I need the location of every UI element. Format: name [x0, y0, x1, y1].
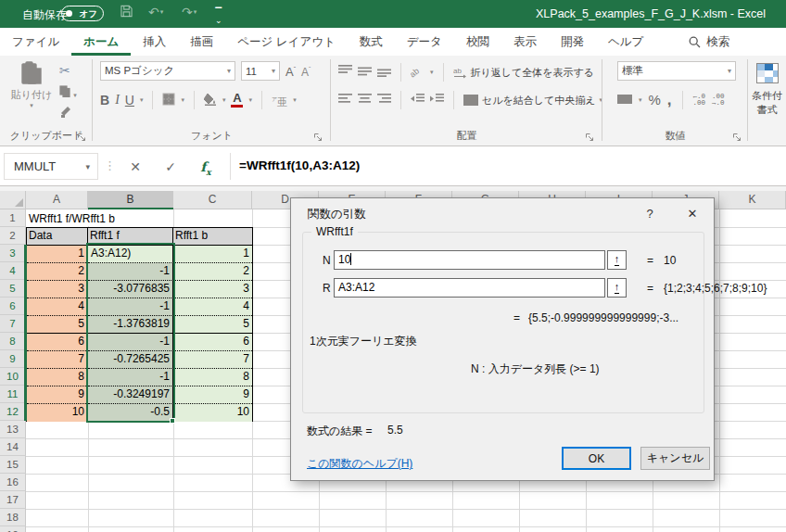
- decrease-font-size-button[interactable]: Aˇ: [301, 62, 311, 80]
- param-n-input[interactable]: 10: [334, 250, 605, 270]
- underline-button[interactable]: U: [125, 93, 134, 108]
- cell-A5[interactable]: 3: [27, 281, 88, 298]
- font-size-combo[interactable]: 11▾: [241, 61, 280, 81]
- align-bottom-button[interactable]: [377, 65, 391, 80]
- cell-C5[interactable]: 3: [173, 281, 252, 298]
- cell-C4[interactable]: 2: [173, 263, 252, 281]
- cell-A4[interactable]: 2: [27, 263, 88, 281]
- cell-A2[interactable]: Data: [27, 228, 88, 246]
- conditional-formatting-button[interactable]: 条件付 書式: [748, 56, 786, 146]
- save-icon[interactable]: [120, 5, 133, 23]
- cell-C11[interactable]: 9: [173, 386, 252, 404]
- param-r-input[interactable]: A3:A12: [334, 278, 605, 298]
- cell-C2[interactable]: Rfft1 b: [173, 228, 252, 246]
- borders-button[interactable]: [162, 93, 175, 108]
- select-all-corner[interactable]: [0, 191, 26, 209]
- cell-A7[interactable]: 5: [27, 316, 88, 334]
- phonetic-guide-button[interactable]: ア亜: [272, 92, 287, 109]
- bold-button[interactable]: B: [100, 93, 109, 108]
- row-header-3[interactable]: 3: [0, 245, 26, 262]
- ribbon-tab-7[interactable]: 校閲: [454, 28, 501, 56]
- cell-A8[interactable]: 6: [27, 334, 88, 351]
- cell-A6[interactable]: 4: [27, 298, 88, 316]
- ribbon-tab-8[interactable]: 表示: [501, 28, 549, 56]
- cell-C9[interactable]: 7: [173, 351, 252, 369]
- cell-C3[interactable]: 1: [173, 246, 252, 263]
- undo-button[interactable]: ↶▾: [148, 5, 163, 23]
- copy-button[interactable]: ▾: [59, 85, 77, 100]
- ribbon-tab-1[interactable]: ホーム: [71, 28, 131, 56]
- row-header-12[interactable]: 12: [0, 403, 26, 421]
- fill-handle[interactable]: [170, 418, 175, 424]
- ribbon-tab-3[interactable]: 描画: [178, 28, 225, 56]
- close-icon[interactable]: ✕: [680, 205, 704, 223]
- clipboard-dialog-launcher[interactable]: [77, 132, 87, 142]
- cell-A9[interactable]: 7: [27, 351, 88, 369]
- orientation-button[interactable]: ab: [411, 65, 425, 81]
- comma-style-button[interactable]: ,: [667, 95, 672, 105]
- cell-C10[interactable]: 8: [173, 369, 252, 386]
- align-left-button[interactable]: [338, 93, 352, 108]
- percent-style-button[interactable]: %: [649, 93, 661, 108]
- fill-color-button[interactable]: [204, 93, 217, 108]
- cell-C12[interactable]: 10: [173, 404, 252, 422]
- italic-button[interactable]: I: [115, 93, 120, 108]
- cancel-entry-button[interactable]: ✕: [124, 155, 146, 179]
- ribbon-tab-0[interactable]: ファイル: [0, 28, 71, 56]
- cut-button[interactable]: ✂: [59, 63, 70, 78]
- row-header-14[interactable]: 14: [0, 438, 26, 456]
- row-header-9[interactable]: 9: [0, 350, 26, 368]
- number-format-combo[interactable]: 標準▾: [617, 61, 736, 81]
- redo-button[interactable]: ↷▾: [182, 5, 196, 23]
- column-header-K[interactable]: K: [719, 191, 786, 209]
- param-r-range-selector-button[interactable]: ↑: [607, 278, 627, 298]
- column-header-A[interactable]: A: [26, 191, 88, 209]
- increase-font-size-button[interactable]: Aˆ: [285, 62, 296, 80]
- ribbon-tab-6[interactable]: データ: [395, 28, 454, 56]
- ribbon-tab-2[interactable]: 挿入: [131, 28, 178, 56]
- wrap-text-button[interactable]: ab 折り返して全体を表示する: [453, 66, 595, 80]
- name-box[interactable]: MMULT ▾: [4, 153, 98, 180]
- number-dialog-launcher[interactable]: [732, 132, 742, 142]
- ribbon-tab-9[interactable]: 開発: [549, 28, 596, 56]
- row-header-16[interactable]: 16: [0, 474, 26, 491]
- customize-quick-access-toolbar-button[interactable]: ▔⌄: [215, 5, 222, 23]
- align-right-button[interactable]: [377, 93, 391, 108]
- align-middle-button[interactable]: [358, 65, 372, 80]
- cell-C6[interactable]: 4: [173, 298, 252, 316]
- row-header-11[interactable]: 11: [0, 386, 26, 403]
- insert-function-button[interactable]: fx: [195, 155, 217, 184]
- merge-center-button[interactable]: セルを結合して中央揃え ▾: [463, 94, 602, 108]
- cancel-button[interactable]: キャンセル: [640, 447, 710, 470]
- row-header-4[interactable]: 4: [0, 262, 26, 280]
- row-header-5[interactable]: 5: [0, 280, 26, 298]
- cell-C8[interactable]: 6: [173, 334, 252, 351]
- help-icon[interactable]: ?: [638, 205, 662, 223]
- row-header-8[interactable]: 8: [0, 333, 26, 350]
- alignment-dialog-launcher[interactable]: [585, 132, 595, 142]
- row-header-17[interactable]: 17: [0, 491, 26, 509]
- align-center-button[interactable]: [358, 93, 372, 108]
- row-header-10[interactable]: 10: [0, 368, 26, 386]
- decrease-decimal-button[interactable]: .00→.0: [712, 94, 725, 107]
- row-header-2[interactable]: 2: [0, 227, 26, 245]
- accounting-format-button[interactable]: [617, 93, 632, 108]
- function-help-link[interactable]: この関数のヘルプ(H): [307, 456, 412, 472]
- formula-bar-grip[interactable]: ⋮: [104, 158, 116, 172]
- cell-A1[interactable]: WRfft1 f/WRfft1 b: [27, 210, 172, 226]
- font-dialog-launcher[interactable]: [313, 132, 323, 142]
- ribbon-tab-5[interactable]: 数式: [348, 28, 395, 56]
- cell-A3[interactable]: 1: [27, 246, 88, 263]
- tab-search[interactable]: 検索: [679, 28, 739, 56]
- increase-indent-button[interactable]: [430, 93, 444, 108]
- row-header-15[interactable]: 15: [0, 456, 26, 474]
- autosave-toggle[interactable]: オフ: [61, 6, 104, 21]
- format-painter-button[interactable]: [59, 106, 71, 120]
- row-header-18[interactable]: 18: [0, 509, 26, 526]
- decrease-indent-button[interactable]: [411, 93, 425, 108]
- row-header-6[interactable]: 6: [0, 298, 26, 315]
- ribbon-tab-10[interactable]: ヘルプ: [596, 28, 655, 56]
- cell-A12[interactable]: 10: [27, 404, 88, 422]
- cell-C7[interactable]: 5: [173, 316, 252, 334]
- enter-entry-button[interactable]: ✓: [159, 155, 182, 179]
